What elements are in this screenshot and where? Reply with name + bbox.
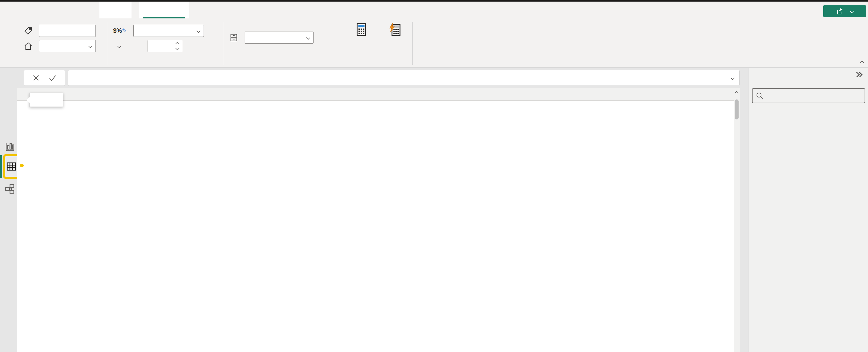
data-category-dropdown[interactable] xyxy=(245,32,313,44)
stepper-up-icon[interactable] xyxy=(176,42,180,46)
format-currency-icon: $%✎ xyxy=(113,27,127,34)
cancel-formula-icon[interactable] xyxy=(32,74,40,82)
collapse-pane-button[interactable] xyxy=(855,72,862,77)
stepper-down-icon[interactable] xyxy=(176,46,180,51)
commit-formula-icon[interactable] xyxy=(49,74,57,82)
tag-icon xyxy=(24,26,33,35)
data-category-row xyxy=(229,32,313,44)
measure-name-input[interactable] xyxy=(39,25,96,37)
home-table-chevron-icon xyxy=(88,44,93,48)
model-view-button[interactable] xyxy=(4,183,16,195)
collapse-ribbon-button[interactable] xyxy=(858,59,866,66)
quick-measure-button[interactable] xyxy=(379,22,411,54)
tab-table-tools[interactable] xyxy=(99,2,131,19)
data-grid xyxy=(18,88,740,352)
collapse-ribbon-icon xyxy=(860,60,864,65)
tooltip-pointer xyxy=(27,97,30,103)
structure-group-label xyxy=(32,60,95,68)
formatting-group-label xyxy=(131,60,195,68)
data-category-icon xyxy=(229,33,238,42)
ribbon-tab-bar xyxy=(0,2,868,19)
data-grid-header xyxy=(18,88,740,101)
share-button[interactable] xyxy=(823,5,866,17)
format-row: $%✎ xyxy=(113,25,204,37)
field-search-input[interactable] xyxy=(752,88,865,103)
home-table-row xyxy=(24,40,96,52)
format-dropdown[interactable] xyxy=(133,25,204,37)
scrollbar-up-icon[interactable] xyxy=(735,91,739,95)
table-vertical-scrollbar[interactable] xyxy=(734,88,740,352)
selected-view-indicator xyxy=(0,155,2,178)
group-divider xyxy=(108,22,108,65)
quick-measure-icon xyxy=(388,22,402,37)
tab-help[interactable] xyxy=(73,2,81,19)
home-table-dropdown[interactable] xyxy=(39,40,96,52)
currency-button[interactable] xyxy=(116,45,121,48)
table-view-tooltip xyxy=(29,93,63,107)
share-chevron-icon xyxy=(849,9,854,13)
view-rail xyxy=(0,68,16,352)
format-chevron-icon xyxy=(196,29,200,33)
table-view-icon xyxy=(6,161,17,172)
properties-group-label xyxy=(250,60,313,68)
currency-chevron-icon xyxy=(117,44,122,48)
data-pane xyxy=(749,68,868,352)
decimal-places-stepper[interactable] xyxy=(148,40,182,52)
report-view-button[interactable] xyxy=(4,141,16,153)
share-icon xyxy=(836,7,844,15)
number-format-row xyxy=(116,40,182,52)
group-divider xyxy=(412,22,413,65)
formula-commit-box xyxy=(24,70,65,86)
search-icon xyxy=(756,92,764,100)
ribbon: $%✎ xyxy=(0,19,868,68)
group-divider xyxy=(223,22,223,65)
formula-bar-expand-icon[interactable] xyxy=(731,76,735,80)
tab-home[interactable] xyxy=(42,2,50,19)
scrollbar-thumb[interactable] xyxy=(735,99,739,119)
table-view-button[interactable] xyxy=(3,154,20,179)
yellow-dot-marker xyxy=(20,164,24,167)
calculations-group-label xyxy=(345,60,408,68)
new-measure-button[interactable] xyxy=(344,22,379,54)
new-measure-icon xyxy=(354,22,369,37)
home-icon xyxy=(24,41,33,51)
data-category-chevron-icon xyxy=(306,35,310,40)
tab-measure-tools[interactable] xyxy=(139,2,189,19)
tab-file[interactable] xyxy=(9,2,17,19)
measure-name-row xyxy=(24,25,96,37)
formula-bar-input[interactable] xyxy=(68,70,740,86)
